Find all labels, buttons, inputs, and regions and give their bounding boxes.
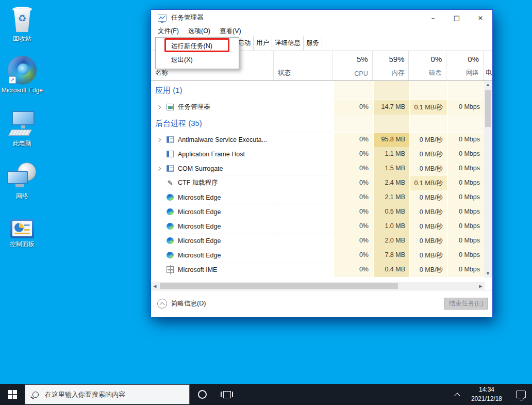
- vertical-scrollbar[interactable]: ▲ ▼: [484, 81, 492, 278]
- process-group-header[interactable]: 应用 (1): [151, 81, 484, 100]
- process-name: Antimalware Service Executa...: [178, 136, 267, 143]
- process-name: Microsoft IME: [178, 266, 217, 273]
- maximize-button[interactable]: □: [445, 10, 469, 25]
- horizontal-scroll-thumb[interactable]: [160, 283, 398, 289]
- process-row[interactable]: Microsoft Edge 0% 1.0 MB 0 MB/秒 0 Mbps: [151, 219, 484, 234]
- status-cell: [274, 263, 333, 277]
- status-cell: [274, 133, 333, 147]
- hidden-icons-chevron[interactable]: [451, 384, 464, 405]
- cpu-cell: 0%: [333, 219, 373, 234]
- expand-chevron-icon[interactable]: [157, 166, 161, 170]
- edge-icon: ➚: [8, 56, 37, 85]
- scroll-left-arrow[interactable]: ◄: [151, 283, 159, 289]
- menu-item-exit[interactable]: 退出(X): [156, 53, 239, 67]
- menu-options[interactable]: 选项(O): [184, 25, 215, 37]
- process-row[interactable]: COM Surrogate 0% 1.5 MB 0 MB/秒 0 Mbps: [151, 161, 484, 176]
- desktop-icon-control-panel[interactable]: 控制面板: [0, 219, 44, 248]
- title-bar[interactable]: 任务管理器 – □ ×: [151, 10, 492, 25]
- status-cell: [274, 248, 333, 263]
- task-view-button[interactable]: [214, 384, 239, 405]
- scroll-right-arrow[interactable]: ►: [477, 283, 485, 289]
- process-icon: [167, 266, 174, 273]
- cpu-total: 5%: [357, 55, 368, 63]
- desktop-icon-this-pc[interactable]: 此电脑: [0, 111, 44, 148]
- tab-details[interactable]: 详细信息: [272, 36, 304, 51]
- collapse-details-icon[interactable]: [157, 299, 167, 309]
- desktop-icon-label: 控制面板: [0, 240, 44, 248]
- column-header-status[interactable]: 状态: [273, 51, 332, 80]
- memory-cell: 2.4 MB: [373, 176, 409, 190]
- taskbar-search-input[interactable]: 在这里输入你要搜索的内容: [25, 384, 190, 404]
- process-row[interactable]: Microsoft Edge 0% 7.8 MB 0 MB/秒 0 Mbps: [151, 248, 484, 263]
- column-header-power[interactable]: 电: [483, 51, 492, 80]
- process-row[interactable]: Microsoft Edge 0% 2.0 MB 0 MB/秒 0 Mbps: [151, 234, 484, 248]
- disk-cell: 0 MB/秒: [409, 190, 447, 205]
- process-name: Microsoft Edge: [178, 208, 221, 216]
- end-task-button[interactable]: 结束任务(E): [444, 298, 488, 310]
- memory-cell: 1.5 MB: [373, 161, 409, 176]
- close-button[interactable]: ×: [469, 10, 492, 25]
- network-cell: 0 Mbps: [447, 205, 484, 219]
- process-row[interactable]: 任务管理器 0% 14.7 MB 0.1 MB/秒 0 Mbps: [151, 100, 484, 115]
- horizontal-scrollbar[interactable]: ◄ ►: [151, 282, 485, 290]
- fewer-details-toggle[interactable]: 简略信息(D): [171, 299, 206, 308]
- this-pc-icon: [8, 111, 37, 138]
- tab-users[interactable]: 用户: [254, 36, 272, 51]
- scroll-up-arrow[interactable]: ▲: [484, 81, 492, 89]
- memory-cell: 1.1 MB: [373, 147, 409, 161]
- process-name: Application Frame Host: [178, 151, 245, 158]
- minimize-button[interactable]: –: [421, 10, 445, 25]
- vertical-scroll-thumb[interactable]: [485, 90, 491, 127]
- column-header-cpu[interactable]: 5% CPU: [332, 51, 372, 80]
- scroll-down-arrow[interactable]: ▼: [484, 270, 492, 278]
- memory-cell: 7.8 MB: [373, 248, 409, 263]
- desktop-icon-label: Microsoft Edge: [0, 87, 44, 94]
- column-header-network[interactable]: 0% 网络: [446, 51, 483, 80]
- process-icon: [167, 208, 174, 215]
- menu-view[interactable]: 查看(V): [215, 25, 246, 37]
- start-button[interactable]: [0, 384, 25, 405]
- expand-chevron-icon[interactable]: [157, 105, 161, 109]
- memory-cell: 14.7 MB: [373, 100, 409, 115]
- column-header-disk[interactable]: 0% 磁盘: [408, 51, 446, 80]
- desktop-icon-recycle-bin[interactable]: ♻ 回收站: [0, 4, 44, 43]
- disk-cell: 0 MB/秒: [409, 133, 447, 147]
- network-cell: 0 Mbps: [447, 147, 484, 161]
- process-row[interactable]: Antimalware Service Executa... 0% 95.8 M…: [151, 133, 484, 147]
- process-row[interactable]: Microsoft Edge 0% 0.5 MB 0 MB/秒 0 Mbps: [151, 205, 484, 219]
- desktop-icon-network[interactable]: 网络: [0, 163, 44, 200]
- column-header-memory[interactable]: 59% 内存: [372, 51, 409, 80]
- process-icon: [167, 136, 174, 143]
- status-cell: [274, 161, 333, 176]
- system-tray: 14:34 2021/12/18: [451, 384, 532, 405]
- cortana-icon: [198, 390, 207, 399]
- search-placeholder: 在这里输入你要搜索的内容: [45, 390, 125, 399]
- process-name: Microsoft Edge: [178, 194, 221, 201]
- expand-chevron-icon[interactable]: [157, 137, 161, 141]
- cpu-cell: 0%: [333, 133, 373, 147]
- process-row[interactable]: Microsoft Edge 0% 2.1 MB 0 MB/秒 0 Mbps: [151, 190, 484, 205]
- process-row[interactable]: ✎ CTF 加载程序 0% 2.4 MB 0.1 MB/秒 0 Mbps: [151, 176, 484, 190]
- cortana-button[interactable]: [190, 384, 214, 405]
- network-cell: 0 Mbps: [447, 100, 484, 115]
- cpu-cell: 0%: [333, 263, 373, 277]
- process-name: COM Surrogate: [178, 165, 223, 172]
- search-icon: [32, 392, 39, 398]
- process-icon: [167, 165, 174, 172]
- status-cell: [274, 147, 333, 161]
- process-group-header[interactable]: 后台进程 (35): [151, 115, 484, 133]
- action-center-button[interactable]: [509, 384, 532, 405]
- control-panel-icon: [10, 219, 34, 238]
- desktop-icon-microsoft-edge[interactable]: ➚ Microsoft Edge: [0, 56, 44, 94]
- network-cell: 0 Mbps: [447, 161, 484, 176]
- cpu-cell: 0%: [333, 234, 373, 248]
- process-row[interactable]: Application Frame Host 0% 1.1 MB 0 MB/秒 …: [151, 147, 484, 161]
- process-row[interactable]: Microsoft IME 0% 0.4 MB 0 MB/秒 0 Mbps: [151, 263, 484, 277]
- cpu-cell: 0%: [333, 190, 373, 205]
- taskbar-clock[interactable]: 14:34 2021/12/18: [464, 385, 509, 403]
- tab-services[interactable]: 服务: [304, 36, 322, 51]
- menu-item-run-new-task[interactable]: 运行新任务(N): [156, 39, 239, 53]
- footer-bar: 简略信息(D) 结束任务(E): [151, 290, 492, 317]
- status-cell: [274, 176, 333, 190]
- menu-file[interactable]: 文件(F): [153, 25, 184, 37]
